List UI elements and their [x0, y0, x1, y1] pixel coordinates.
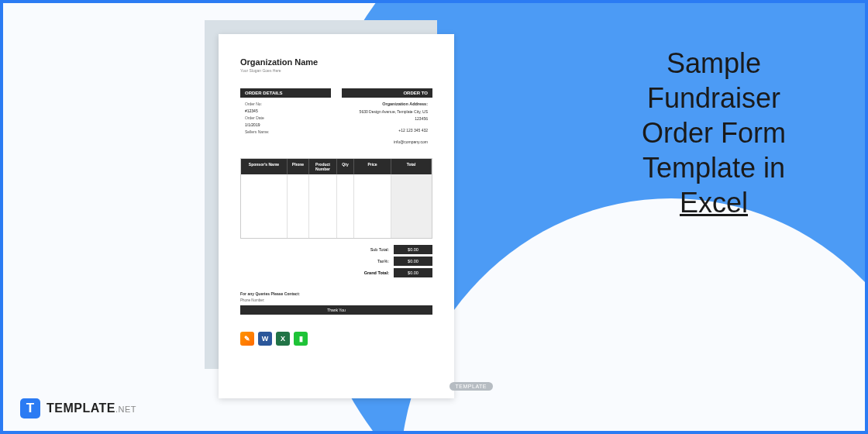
brand-tld: .NET	[115, 405, 136, 414]
org-email: info@company.com	[346, 139, 428, 146]
org-address-label: Organization Address:	[346, 101, 428, 108]
order-to-section: ORDER TO Organization Address: 5630 Desi…	[342, 88, 432, 149]
subtotal-value: $0.00	[394, 245, 432, 254]
order-to-header: ORDER TO	[342, 88, 432, 98]
org-phone: +12 123 345 432	[346, 127, 428, 134]
col-total: Total	[391, 159, 432, 174]
logo-text: TEMPLATE.NET	[46, 401, 136, 415]
phone-label: Phone Number:	[240, 298, 432, 302]
app-icons-row: ✎ W X ▮	[240, 332, 432, 346]
table-header: Sponsor's Name Phone Product Number Qty …	[241, 159, 432, 174]
title-line: Sample	[666, 47, 761, 79]
document-page: Organization Name Your Slogan Goes Here …	[219, 34, 454, 398]
tax-row: Tax%: $0.00	[240, 257, 432, 266]
order-to-body: Organization Address: 5630 Design Avenue…	[342, 98, 432, 149]
subtotal-label: Sub Total:	[351, 247, 394, 252]
order-sections: ORDER DETAILS Order No: #12345 Order Dat…	[240, 88, 432, 149]
logo-mark-icon: T	[20, 398, 40, 418]
document-preview: Organization Name Your Slogan Goes Here …	[205, 20, 454, 398]
grand-row: Grand Total: $0.00	[240, 268, 432, 277]
order-details-header: ORDER DETAILS	[240, 88, 331, 98]
title-excel: Excel	[680, 187, 748, 219]
subtotal-row: Sub Total: $0.00	[240, 245, 432, 254]
col-product: Product Number	[309, 159, 337, 174]
template-card: Sample Fundraiser Order Form Template in…	[0, 0, 868, 434]
thank-you-bar: Thank You	[240, 305, 432, 315]
org-address: 5630 Design Avenue, Template City, US 12…	[346, 108, 428, 122]
col-sponsor: Sponsor's Name	[241, 159, 288, 174]
order-details-section: ORDER DETAILS Order No: #12345 Order Dat…	[240, 88, 331, 149]
order-no-label: Order No:	[245, 101, 326, 108]
grand-label: Grand Total:	[351, 270, 394, 275]
order-date-value: 1/1/2019	[245, 122, 326, 129]
contact-label: For any Queries Please Contact:	[240, 291, 432, 296]
order-details-body: Order No: #12345 Order Date 1/1/2019 Sel…	[240, 98, 331, 139]
title-line: Template in	[642, 152, 785, 184]
sellers-label: Sellers Name:	[245, 129, 326, 136]
grand-value: $0.00	[394, 268, 432, 277]
tax-value: $0.00	[394, 257, 432, 266]
title-line: Fundraiser	[647, 82, 780, 114]
slogan: Your Slogan Goes Here	[240, 68, 432, 73]
totals-block: Sub Total: $0.00 Tax%: $0.00 Grand Total…	[240, 245, 432, 277]
order-date-label: Order Date	[245, 115, 326, 122]
excel-icon: X	[276, 332, 290, 346]
org-name: Organization Name	[240, 57, 432, 67]
order-table: Sponsor's Name Phone Product Number Qty …	[240, 158, 432, 239]
tax-label: Tax%:	[351, 259, 394, 264]
brand-logo[interactable]: T TEMPLATE.NET	[20, 398, 136, 418]
template-badge: TEMPLATE	[450, 382, 493, 391]
col-price: Price	[354, 159, 391, 174]
pages-icon: ✎	[240, 332, 254, 346]
order-no-value: #12345	[245, 108, 326, 115]
title-line: Order Form	[642, 117, 786, 149]
page-title: Sample Fundraiser Order Form Template in…	[605, 46, 822, 220]
col-phone: Phone	[288, 159, 309, 174]
numbers-icon: ▮	[294, 332, 308, 346]
table-body	[241, 174, 432, 238]
word-icon: W	[258, 332, 272, 346]
brand-name: TEMPLATE	[46, 401, 115, 415]
col-qty: Qty	[337, 159, 354, 174]
